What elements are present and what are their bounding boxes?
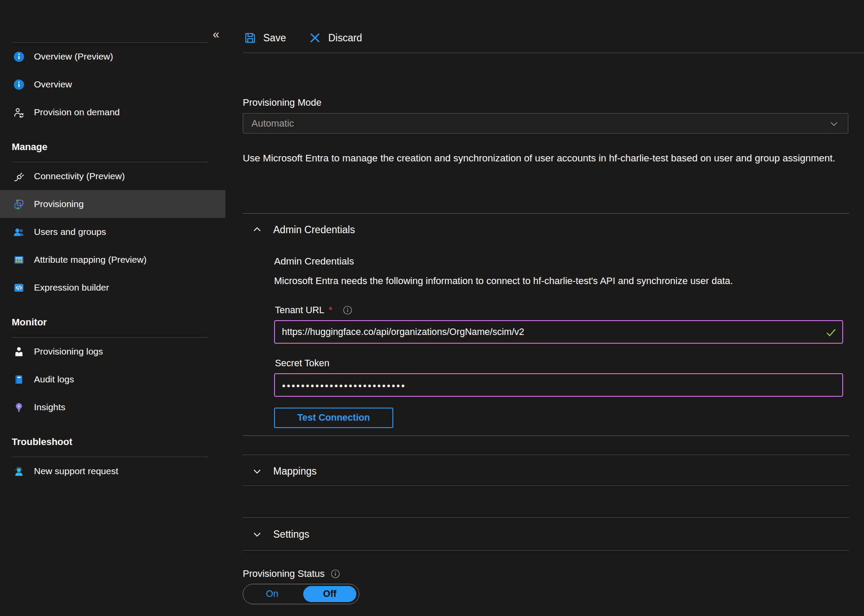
person-sync-icon: [13, 107, 25, 118]
provisioning-status-toggle[interactable]: On Off: [243, 584, 359, 604]
tenant-url-input[interactable]: [274, 320, 843, 344]
chevron-down-icon: [251, 465, 263, 477]
info-icon: [13, 79, 25, 90]
sidebar-item-label: Overview (Preview): [34, 51, 113, 62]
sidebar-item-overview[interactable]: Overview: [0, 70, 225, 98]
sidebar-item-overview-preview[interactable]: Overview (Preview): [0, 43, 225, 70]
test-connection-button[interactable]: Test Connection: [274, 408, 393, 428]
sidebar-item-label: Users and groups: [34, 227, 106, 237]
discard-label: Discard: [328, 32, 362, 44]
plug-icon: [13, 171, 25, 182]
sidebar-item-label: Expression builder: [34, 282, 109, 293]
info-circle-icon[interactable]: [343, 305, 352, 315]
sidebar-item-expression-builder[interactable]: Expression builder: [0, 274, 225, 301]
sidebar-item-provisioning-logs[interactable]: Provisioning logs: [0, 338, 225, 365]
sidebar-item-label: Insights: [34, 402, 65, 412]
command-bar: Save Discard: [244, 24, 362, 51]
support-person-icon: [13, 465, 25, 477]
sidebar-item-label: Connectivity (Preview): [34, 171, 125, 181]
sidebar-item-label: Audit logs: [34, 374, 74, 385]
info-icon: [13, 51, 25, 63]
sidebar-item-label: Provisioning logs: [34, 346, 103, 357]
main-content: Save Discard Provisioning Mode Automatic…: [243, 0, 849, 616]
sidebar-item-insights[interactable]: Insights: [0, 393, 225, 421]
provisioning-mode-select[interactable]: Automatic: [243, 113, 848, 134]
section-title: Mappings: [273, 465, 317, 477]
sidebar-top-spacer: [0, 0, 225, 42]
divider: [243, 550, 849, 551]
users-icon: [13, 226, 25, 238]
discard-button[interactable]: Discard: [308, 31, 362, 44]
section-title: Settings: [273, 529, 309, 540]
code-icon: [13, 282, 25, 294]
secret-token-input[interactable]: [274, 373, 843, 397]
tenant-url-label-row: Tenant URL *: [275, 304, 352, 316]
book-icon: [13, 374, 25, 385]
sidebar-item-label: New support request: [34, 466, 118, 476]
person-log-icon: [13, 346, 25, 358]
chevron-down-icon: [828, 118, 840, 129]
provisioning-sync-icon: [13, 198, 25, 210]
section-mappings[interactable]: Mappings: [251, 462, 317, 481]
provisioning-intro-text: Use Microsoft Entra to manage the creati…: [243, 149, 842, 167]
divider: [243, 435, 849, 436]
sidebar: « Overview (Preview) Overview Provision …: [0, 0, 225, 616]
sidebar-item-label: Overview: [34, 79, 72, 90]
divider: [243, 53, 864, 53]
provisioning-status-label-row: Provisioning Status: [243, 568, 340, 580]
sidebar-item-new-support-request[interactable]: New support request: [0, 457, 225, 485]
toggle-off-option[interactable]: Off: [303, 586, 356, 602]
divider: [243, 455, 849, 455]
toggle-on-option[interactable]: On: [243, 584, 301, 604]
sidebar-item-attribute-mapping-preview[interactable]: Attribute mapping (Preview): [0, 246, 225, 274]
section-admin-credentials[interactable]: Admin Credentials: [251, 220, 355, 239]
sidebar-collapse-button[interactable]: «: [213, 29, 219, 40]
info-circle-icon[interactable]: [331, 569, 340, 579]
section-settings[interactable]: Settings: [251, 525, 309, 544]
chevron-down-icon: [251, 529, 263, 540]
provisioning-mode-value: Automatic: [251, 118, 294, 129]
sidebar-item-provision-on-demand[interactable]: Provision on demand: [0, 98, 225, 126]
save-label: Save: [263, 32, 286, 44]
divider: [243, 213, 849, 214]
secret-token-label: Secret Token: [275, 358, 329, 369]
admin-credentials-description: Microsoft Entra needs the following info…: [274, 275, 733, 287]
sidebar-item-users-and-groups[interactable]: Users and groups: [0, 218, 225, 246]
chevron-up-icon: [251, 224, 263, 235]
sidebar-section-header-manage: Manage: [0, 137, 225, 157]
save-icon: [244, 31, 257, 44]
admin-credentials-subtitle: Admin Credentials: [274, 256, 354, 267]
sidebar-item-provisioning[interactable]: Provisioning: [0, 190, 225, 218]
sidebar-item-label: Attribute mapping (Preview): [34, 254, 147, 265]
table-icon: [13, 254, 25, 266]
lightbulb-icon: [13, 402, 25, 413]
sidebar-item-audit-logs[interactable]: Audit logs: [0, 365, 225, 393]
required-asterisk: *: [329, 305, 332, 316]
sidebar-item-connectivity-preview[interactable]: Connectivity (Preview): [0, 162, 225, 190]
divider: [243, 517, 849, 518]
tenant-url-field-wrap: [274, 320, 843, 344]
provisioning-mode-label: Provisioning Mode: [243, 97, 321, 108]
sidebar-section-header-troubleshoot: Troubleshoot: [0, 432, 225, 452]
save-button[interactable]: Save: [244, 31, 286, 44]
divider: [243, 485, 849, 486]
secret-token-label-row: Secret Token: [275, 357, 329, 369]
discard-x-icon: [308, 31, 321, 44]
section-title: Admin Credentials: [273, 224, 355, 236]
sidebar-item-label: Provision on demand: [34, 107, 120, 117]
sidebar-section-header-monitor: Monitor: [0, 313, 225, 332]
tenant-url-label: Tenant URL: [275, 305, 325, 316]
secret-token-field-wrap: [274, 373, 843, 397]
sidebar-item-label: Provisioning: [34, 199, 84, 209]
provisioning-status-label: Provisioning Status: [243, 568, 325, 579]
